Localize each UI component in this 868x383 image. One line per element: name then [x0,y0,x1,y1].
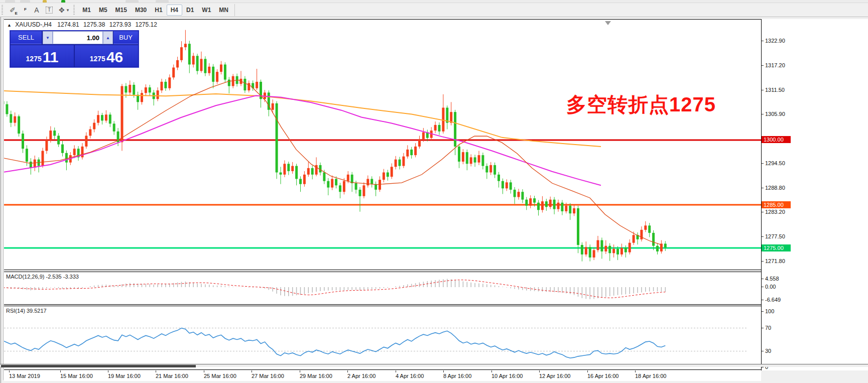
low-value: 1273.93 [109,21,131,28]
scrollbar-thumb[interactable] [1,365,196,367]
macd-label: MACD(12,26,9) -2.535 -3.333 [6,274,79,280]
time-axis-label: 27 Mar 16:00 [252,373,284,379]
crosshair-study-button[interactable]: ✐E [7,5,19,16]
rsi-tick-label: 30 [765,348,771,354]
macd-tick-label: 0.00 [765,284,776,290]
toolbar-stub-icon [156,0,169,3]
time-axis-label: 19 Mar 16:00 [108,373,141,379]
toolbar-stub-icon [43,0,47,3]
price-tick-label: 1294.50 [765,160,785,166]
timeframe-d1-button[interactable]: D1 [182,5,198,16]
time-tick [9,370,10,372]
time-axis-label: 12 Apr 16:00 [539,373,570,379]
timeframe-m30-button[interactable]: M30 [131,5,151,16]
time-axis-label: 4 Apr 16:00 [396,373,424,379]
timeframe-h1-button[interactable]: H1 [151,5,166,16]
window-left-border [3,18,4,380]
symbol-period-label: XAUUSD-,H4 [15,21,52,28]
toolbar-separator [234,4,235,16]
price-tick-label: 1271.80 [765,258,785,264]
time-tick [443,370,444,372]
sell-button[interactable]: SELL [11,31,42,44]
volume-decrease-button[interactable]: ▼ [43,31,53,44]
timeframe-h4-button[interactable]: H4 [167,5,182,16]
macd-tick-label: -6.649 [765,297,781,303]
window-left-border [1,17,1,383]
ask-price-display[interactable]: 1275 46 [75,45,138,67]
timeframe-m1-button[interactable]: M1 [78,5,95,16]
time-tick [156,370,156,372]
macd-tick-label: 4.558 [765,276,779,282]
rsi-chart[interactable] [4,306,761,370]
time-tick [635,370,636,372]
macd-tick [762,279,764,279]
text-box-button[interactable]: T [43,5,56,16]
chart-ohlc-header: ▲ XAUUSD-,H4 1274.81 1275.38 1273.93 127… [7,21,157,28]
price-tick [762,188,764,188]
collapse-triangle-icon[interactable]: ▲ [7,23,12,28]
arrows-button[interactable]: ✥ ▾ [56,5,72,16]
ask-price-small: 1275 [90,53,105,64]
toolbar-stub-icon [20,0,30,3]
volume-input[interactable] [53,31,103,44]
bid-price-small: 1275 [26,53,42,64]
rsi-indicator-panel[interactable]: RSI(14) 39.5217 [4,306,761,370]
price-level-badge: 1285.00 [762,201,791,208]
text-box-icon: T [46,7,53,14]
price-tick [762,212,764,212]
time-tick [347,370,348,372]
time-tick [396,370,396,372]
high-value: 1275.38 [83,21,105,28]
main-price-panel[interactable]: ▲ XAUUSD-,H4 1274.81 1275.38 1273.93 127… [4,19,761,270]
price-tick-label: 1283.20 [765,209,785,215]
open-value: 1274.81 [57,21,79,28]
price-tick-label: 1288.80 [765,185,785,191]
toolbar-stub-icon [5,0,15,3]
time-axis-label: 29 Mar 16:00 [300,373,332,379]
new-order-stub-icon [61,0,65,3]
price-level-badge: 1300.00 [762,136,791,143]
macd-indicator-panel[interactable]: MACD(12,26,9) -2.535 -3.333 [4,272,761,305]
volume-increase-button[interactable]: ▲ [103,31,113,44]
timeframe-mn-button[interactable]: MN [215,5,232,16]
price-tick [762,163,764,164]
macd-chart[interactable] [4,272,761,305]
macd-tick [762,300,764,300]
time-axis-label: 16 Apr 16:00 [587,373,618,379]
rsi-tick [762,311,764,312]
indicator-list-button[interactable]: F [19,5,31,16]
timeframe-m15-button[interactable]: M15 [111,5,131,16]
trading-platform-window: ✐E F A T ✥ ▾ M1M5M15M30H1H4D1W1MN ▲ XAUU… [0,0,868,383]
chart-shift-marker-icon[interactable] [605,21,611,25]
price-tick-label: 1317.20 [765,62,785,68]
time-tick [252,370,252,372]
buy-button[interactable]: BUY [113,31,138,44]
draw-study-icon: ✐E [10,6,16,14]
time-tick [300,370,300,372]
time-axis-label: 25 Mar 16:00 [204,373,236,379]
price-axis[interactable]: 1322.901317.201311.501305.901294.501288.… [761,19,868,370]
price-tick-label: 1311.50 [765,87,785,93]
toolbar-drag-handle[interactable] [73,5,76,15]
timeframe-w1-button[interactable]: W1 [198,5,215,16]
text-label-icon: A [34,6,39,14]
time-tick [491,370,492,372]
toolbar-drag-handle[interactable] [2,5,4,15]
timeframe-m5-button[interactable]: M5 [95,5,111,16]
macd-tick [762,287,764,287]
price-tick-label: 1322.90 [765,38,785,44]
price-tick-label: 1305.90 [765,111,785,117]
price-tick [762,41,764,41]
close-value: 1275.12 [136,21,157,28]
chart-text-annotation[interactable]: 多空转折点1275 [566,91,716,118]
rsi-tick-label: 100 [765,308,774,314]
bid-price-display[interactable]: 1275 11 [11,45,74,67]
time-axis-label: 18 Apr 16:00 [635,373,666,379]
timeframe-button-group: M1M5M15M30H1H4D1W1MN [78,5,232,16]
ask-price-big: 46 [106,50,123,64]
text-label-button[interactable]: A [31,5,43,16]
horizontal-scrollbar[interactable] [0,364,868,367]
time-axis[interactable]: 13 Mar 201915 Mar 16:0019 Mar 16:0021 Ma… [4,370,761,381]
price-tick [762,261,764,262]
time-tick [587,370,588,372]
